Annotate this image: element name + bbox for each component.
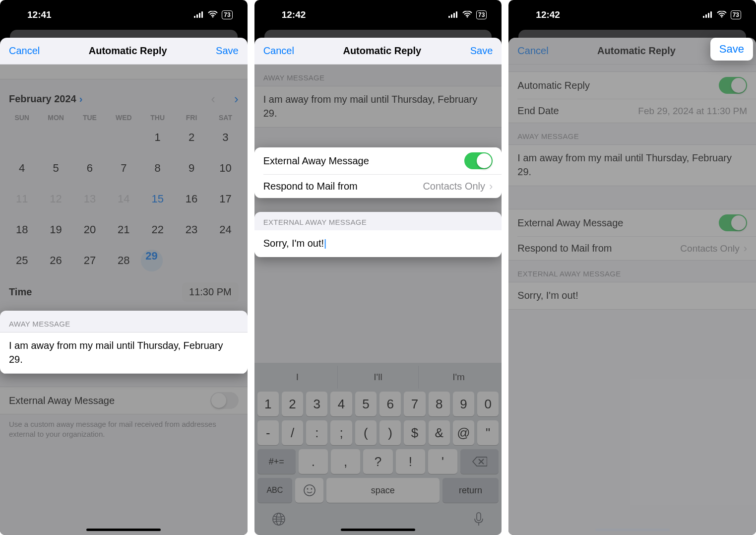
mode-key[interactable]: #+=: [257, 449, 296, 474]
keyboard[interactable]: II'llI'm 1234567890 -/:;()$&@" #+= . , ?…: [254, 363, 502, 535]
calendar-day[interactable]: 1: [141, 127, 175, 148]
suggestion-bar[interactable]: II'llI'm: [257, 366, 499, 389]
abc-key[interactable]: ABC: [257, 478, 292, 503]
calendar-day[interactable]: 25: [5, 250, 39, 271]
calendar-day[interactable]: 17: [208, 188, 242, 210]
cancel-button[interactable]: Cancel: [9, 45, 40, 57]
month-picker[interactable]: February 2024 ›: [9, 93, 82, 105]
calendar-grid[interactable]: 1234567891011121314151617181920212223242…: [0, 124, 248, 276]
cancel-button[interactable]: Cancel: [517, 45, 548, 57]
save-button[interactable]: Save: [470, 45, 493, 57]
away-message-text[interactable]: I am away from my mail until Thursday, F…: [0, 332, 248, 374]
return-key[interactable]: return: [442, 478, 499, 503]
calendar-day[interactable]: 16: [175, 188, 208, 210]
calendar-day[interactable]: 15: [141, 188, 175, 210]
calendar-day[interactable]: 7: [107, 157, 140, 179]
key[interactable]: 3: [306, 392, 327, 416]
calendar-day[interactable]: 9: [175, 157, 208, 179]
key[interactable]: @: [453, 420, 474, 445]
suggestion[interactable]: I: [257, 366, 338, 389]
suggestion[interactable]: I'll: [337, 366, 418, 389]
backspace-key[interactable]: [460, 449, 499, 474]
suggestion[interactable]: I'm: [418, 366, 499, 389]
key[interactable]: 7: [404, 392, 425, 416]
external-away-toggle-row[interactable]: External Away Message: [254, 147, 502, 174]
space-key[interactable]: space: [326, 478, 440, 503]
calendar-day[interactable]: 13: [73, 188, 107, 210]
key[interactable]: /: [282, 420, 303, 445]
calendar-day[interactable]: 20: [73, 219, 107, 241]
key-row-1[interactable]: 1234567890: [257, 392, 499, 416]
external-message-text[interactable]: Sorry, I'm out!: [508, 282, 756, 310]
calendar-day[interactable]: 29: [141, 250, 163, 271]
key[interactable]: 5: [355, 392, 377, 416]
key[interactable]: 0: [477, 392, 499, 416]
home-indicator[interactable]: [595, 529, 670, 531]
key[interactable]: 9: [453, 392, 474, 416]
end-date-row[interactable]: End Date Feb 29, 2024 at 11:30 PM: [517, 99, 756, 123]
calendar-day[interactable]: 3: [208, 127, 242, 148]
external-message-text[interactable]: Sorry, I'm out!|: [254, 230, 502, 257]
key[interactable]: ?: [363, 449, 392, 474]
key[interactable]: ;: [330, 420, 352, 445]
external-away-toggle-row[interactable]: External Away Message: [0, 387, 248, 414]
away-message-text[interactable]: I am away from my mail until Thursday, F…: [254, 86, 502, 128]
mic-icon[interactable]: [473, 512, 485, 530]
key[interactable]: .: [299, 449, 328, 474]
calendar-day[interactable]: 12: [39, 188, 72, 210]
calendar-day[interactable]: 23: [175, 219, 208, 241]
save-highlight[interactable]: Save: [710, 38, 753, 61]
key-row-2[interactable]: -/:;()$&@": [257, 420, 499, 445]
key[interactable]: ): [379, 420, 401, 445]
key[interactable]: &: [429, 420, 450, 445]
key[interactable]: 1: [257, 392, 279, 416]
calendar-day[interactable]: 11: [5, 188, 39, 210]
calendar-day[interactable]: 4: [5, 157, 39, 179]
away-message-text[interactable]: I am away from my mail until Thursday, F…: [508, 144, 756, 186]
calendar-day[interactable]: 21: [107, 219, 140, 241]
key[interactable]: 6: [379, 392, 401, 416]
key[interactable]: 4: [330, 392, 352, 416]
calendar-day[interactable]: 14: [107, 188, 140, 210]
toggle-on[interactable]: [719, 214, 747, 231]
external-away-toggle-row[interactable]: External Away Message: [508, 209, 756, 236]
home-indicator[interactable]: [86, 529, 161, 531]
key[interactable]: $: [404, 420, 425, 445]
calendar-day[interactable]: 8: [141, 157, 175, 179]
time-picker[interactable]: 11:30 PM: [182, 282, 239, 302]
cancel-button[interactable]: Cancel: [263, 45, 294, 57]
key[interactable]: !: [396, 449, 425, 474]
emoji-key[interactable]: [295, 478, 323, 503]
key[interactable]: :: [306, 420, 327, 445]
toggle-on[interactable]: [464, 152, 493, 169]
respond-to-row[interactable]: Respond to Mail from Contacts Only ›: [517, 236, 756, 260]
home-indicator[interactable]: [341, 529, 415, 531]
key-row-4[interactable]: ABC space return: [257, 478, 499, 503]
key[interactable]: 2: [282, 392, 303, 416]
auto-reply-toggle-row[interactable]: Automatic Reply: [508, 72, 756, 99]
calendar-day[interactable]: 2: [175, 127, 208, 148]
calendar-day[interactable]: 10: [208, 157, 242, 179]
calendar-day[interactable]: 24: [208, 219, 242, 241]
prev-month-button[interactable]: ‹: [211, 91, 215, 107]
next-month-button[interactable]: ›: [234, 91, 239, 107]
key[interactable]: ": [477, 420, 499, 445]
calendar-day[interactable]: 26: [39, 250, 72, 271]
key-row-3[interactable]: #+= . , ? ! ': [257, 449, 499, 474]
calendar-day[interactable]: 19: [39, 219, 72, 241]
toggle-off[interactable]: [210, 392, 239, 409]
calendar-day[interactable]: 18: [5, 219, 39, 241]
key[interactable]: 8: [429, 392, 450, 416]
key[interactable]: -: [257, 420, 279, 445]
key[interactable]: ,: [331, 449, 360, 474]
calendar-day[interactable]: 27: [73, 250, 107, 271]
key[interactable]: ': [428, 449, 457, 474]
calendar-day[interactable]: 5: [39, 157, 72, 179]
globe-icon[interactable]: [271, 512, 286, 530]
save-button[interactable]: Save: [216, 45, 239, 57]
calendar-day[interactable]: 28: [107, 250, 140, 271]
key[interactable]: (: [355, 420, 377, 445]
calendar-day[interactable]: 6: [73, 157, 107, 179]
toggle-on[interactable]: [719, 77, 747, 94]
respond-to-row[interactable]: Respond to Mail from Contacts Only ›: [263, 174, 502, 198]
